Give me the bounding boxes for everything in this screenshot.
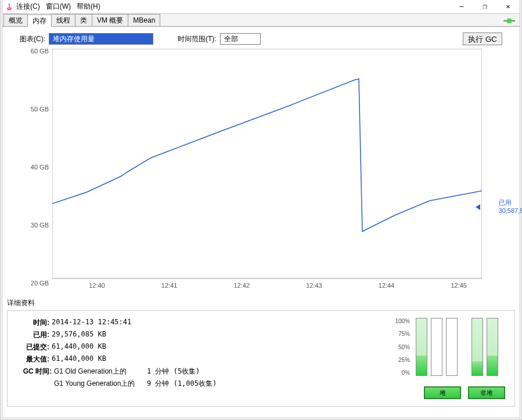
- x-tick: 12:44: [379, 282, 395, 289]
- details-values: 时间:2014-12-13 12:45:41 已用:29,576,085 KB …: [17, 318, 389, 399]
- gc-row-value: 1 分钟 (5收集): [147, 367, 200, 376]
- maximize-button[interactable]: ❐: [480, 2, 489, 12]
- svg-rect-1: [507, 19, 512, 23]
- heap-bar-2[interactable]: [431, 318, 442, 376]
- tabbar: 概览 内存 线程 类 VM 概要 MBean: [2, 14, 520, 27]
- close-button[interactable]: ✕: [503, 2, 513, 12]
- heap-toggle-button[interactable]: 堆: [424, 386, 461, 399]
- annotation-value: 30,587,901,184: [499, 207, 522, 214]
- window-controls: — ❐ ✕: [457, 2, 517, 12]
- memory-pool-bars: 100% 75% 50% 25% 0% 堆 非堆: [389, 318, 505, 399]
- max-value: 61,440,000 KB: [52, 354, 106, 364]
- perform-gc-button[interactable]: 执行 GC: [463, 32, 502, 45]
- tab-classes[interactable]: 类: [75, 14, 92, 26]
- nonheap-bar-2[interactable]: [487, 318, 498, 376]
- time-range-select[interactable]: 全部: [220, 33, 261, 45]
- menu-window[interactable]: 窗口(W): [46, 2, 71, 12]
- chart-type-value: 堆内存使用量: [49, 34, 153, 44]
- x-tick: 12:40: [89, 282, 105, 289]
- bars-ytick: 50%: [398, 344, 410, 350]
- tab-mbean[interactable]: MBean: [128, 14, 160, 26]
- heap-bar-3[interactable]: [446, 318, 458, 376]
- connection-status-icon: [503, 17, 515, 23]
- x-tick: 12:42: [233, 282, 250, 289]
- used-label: 已用:: [17, 330, 49, 340]
- bars-ytick: 100%: [395, 318, 410, 324]
- menu-connect[interactable]: 连接(C): [16, 2, 40, 12]
- time-range-label: 时间范围(T):: [178, 34, 217, 44]
- bars-ytick: 25%: [398, 357, 410, 363]
- chart-type-label: 图表(C):: [20, 34, 45, 44]
- gc-row-name: G1 Old Generation上的: [54, 367, 147, 376]
- tab-memory[interactable]: 内存: [27, 15, 52, 27]
- tab-vm[interactable]: VM 概要: [92, 14, 128, 26]
- nonheap-bar-1[interactable]: [471, 318, 483, 376]
- svg-rect-3: [52, 49, 482, 278]
- y-tick: 50 GB: [31, 106, 49, 113]
- current-value-arrow-icon: [476, 204, 480, 210]
- x-tick: 12:43: [306, 282, 322, 289]
- committed-label: 已提交:: [17, 342, 49, 352]
- gc-time-label: GC 时间:: [17, 367, 52, 376]
- time-range-value: 全部: [221, 34, 242, 44]
- heap-bar-1[interactable]: [416, 318, 427, 376]
- current-value-annotation: 已用 30,587,901,184: [499, 198, 522, 214]
- menu-help[interactable]: 帮助(H): [77, 2, 100, 12]
- details-panel: 时间:2014-12-13 12:45:41 已用:29,576,085 KB …: [7, 310, 515, 407]
- tab-overview[interactable]: 概览: [3, 14, 28, 26]
- bars-ytick: 75%: [398, 331, 410, 337]
- annotation-label: 已用: [499, 199, 512, 206]
- gc-row-value: 9 分钟 (1,005收集): [147, 379, 217, 389]
- details-title: 详细资料: [7, 298, 515, 308]
- chart-controls: 图表(C): 堆内存使用量 时间范围(T): 全部 执行 GC: [2, 27, 520, 49]
- minimize-button[interactable]: —: [457, 2, 466, 12]
- committed-value: 61,440,000 KB: [52, 342, 106, 352]
- time-label: 时间:: [17, 318, 49, 328]
- java-icon: [5, 2, 14, 12]
- x-tick: 12:41: [161, 282, 178, 289]
- y-tick: 40 GB: [31, 164, 49, 171]
- tab-threads[interactable]: 线程: [51, 14, 75, 26]
- memory-chart: 60 GB 50 GB 40 GB 30 GB 20 GB 12:40 12:4…: [20, 49, 502, 290]
- used-value: 29,576,085 KB: [52, 330, 106, 340]
- y-tick: 60 GB: [31, 48, 49, 55]
- y-tick: 20 GB: [31, 280, 49, 287]
- gc-row-name: G1 Young Generation上的: [54, 379, 147, 389]
- bars-ytick: 0%: [402, 370, 410, 376]
- y-tick: 30 GB: [31, 222, 49, 229]
- chart-type-select[interactable]: 堆内存使用量: [49, 33, 153, 45]
- nonheap-toggle-button[interactable]: 非堆: [468, 386, 505, 399]
- chart-svg: [52, 49, 482, 281]
- time-value: 2014-12-13 12:45:41: [52, 318, 131, 328]
- max-label: 最大值:: [17, 354, 49, 364]
- menubar: 连接(C) 窗口(W) 帮助(H) — ❐ ✕: [2, 0, 520, 14]
- bars-y-axis: 100% 75% 50% 25% 0%: [389, 318, 412, 376]
- x-tick: 12:45: [451, 282, 467, 289]
